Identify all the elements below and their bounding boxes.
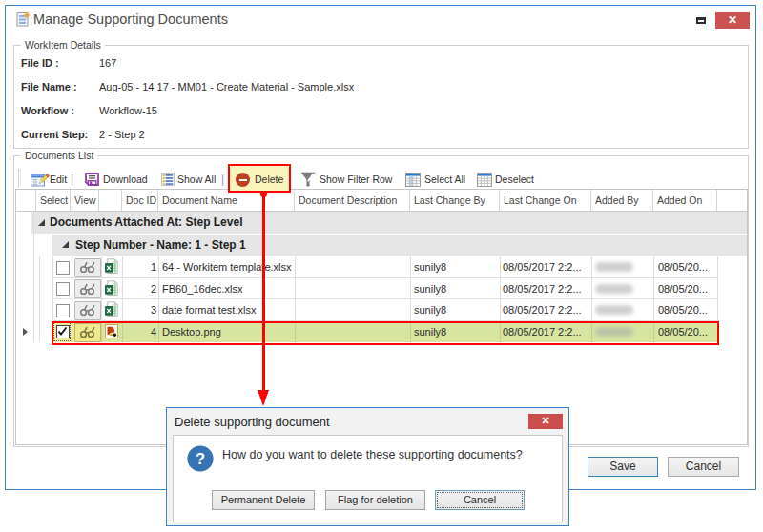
svg-text:?: ? bbox=[196, 450, 205, 468]
